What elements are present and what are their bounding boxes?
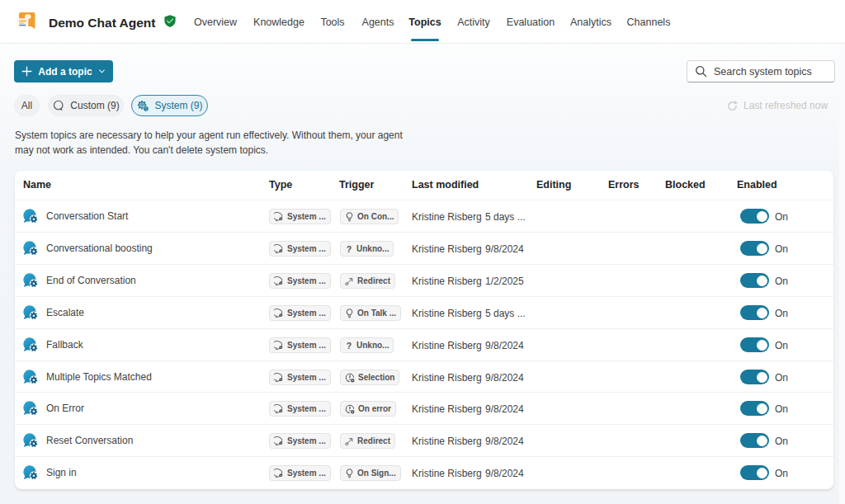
svg-text:?: ? (347, 341, 352, 351)
svg-text:?: ? (347, 245, 352, 254)
